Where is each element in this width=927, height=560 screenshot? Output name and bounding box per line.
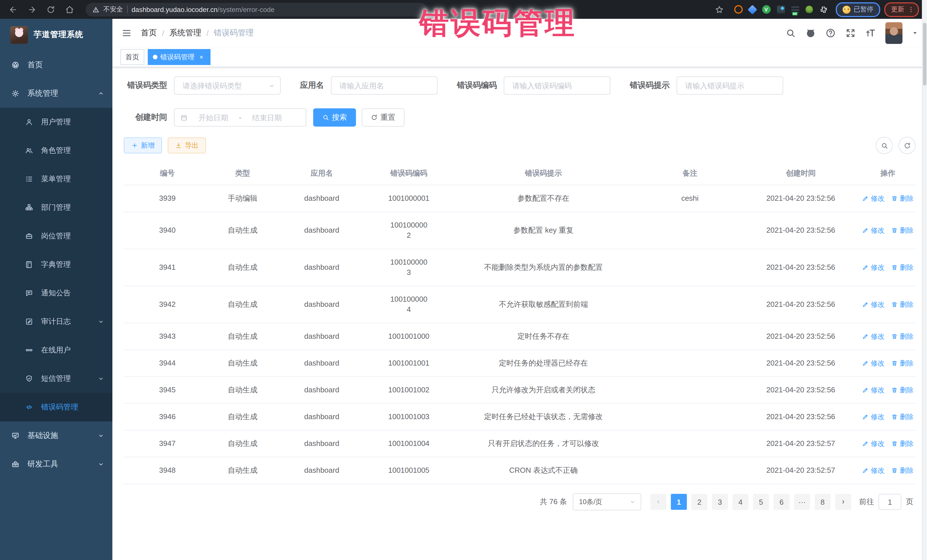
delete-link[interactable]: 删除 xyxy=(891,385,913,395)
cell-id: 3944 xyxy=(124,350,211,376)
page-button[interactable]: 1 xyxy=(671,494,687,510)
more-pages-button[interactable]: ··· xyxy=(794,494,810,510)
extension-icon[interactable] xyxy=(777,5,785,14)
search-button[interactable]: 搜索 xyxy=(313,108,356,127)
sidebar-item[interactable]: 用户管理 xyxy=(0,108,112,136)
app-logo[interactable]: 芋道管理系统 xyxy=(0,19,112,51)
reload-icon[interactable] xyxy=(43,2,58,17)
sidebar-item[interactable]: 系统管理 xyxy=(0,79,112,108)
error-type-input[interactable] xyxy=(181,81,268,90)
refresh-table-button[interactable] xyxy=(898,137,916,154)
font-size-icon[interactable] xyxy=(865,28,876,38)
edit-link[interactable]: 修改 xyxy=(862,299,884,310)
forward-icon[interactable] xyxy=(24,2,40,17)
delete-link[interactable]: 删除 xyxy=(891,465,913,476)
edit-link[interactable]: 修改 xyxy=(862,385,884,395)
tag-error-code[interactable]: 错误码管理 × xyxy=(148,49,211,65)
delete-link[interactable]: 删除 xyxy=(891,412,913,422)
sidebar-item[interactable]: 首页 xyxy=(0,51,112,79)
edit-link[interactable]: 修改 xyxy=(862,412,884,422)
extension-icon[interactable] xyxy=(747,5,757,14)
extension-icon[interactable] xyxy=(734,5,742,14)
chevron-down-icon[interactable] xyxy=(912,28,918,38)
sidebar-item[interactable]: 研发工具 xyxy=(0,450,112,478)
delete-link[interactable]: 删除 xyxy=(891,439,913,449)
page-button[interactable]: 5 xyxy=(753,494,769,510)
edit-link[interactable]: 修改 xyxy=(862,358,884,369)
page-size-select[interactable]: 10条/页 xyxy=(573,493,641,510)
puzzle-icon[interactable] xyxy=(819,5,828,14)
breadcrumb-item[interactable]: 首页 xyxy=(141,28,157,38)
delete-link[interactable]: 删除 xyxy=(891,262,913,273)
bookmark-star-icon[interactable] xyxy=(712,2,726,17)
breadcrumb-item[interactable]: 系统管理 xyxy=(169,28,201,38)
sidebar-item[interactable]: 审计日志 xyxy=(0,307,112,336)
delete-link[interactable]: 删除 xyxy=(891,299,913,310)
sidebar-item[interactable]: 错误码管理 xyxy=(0,393,112,422)
address-bar[interactable]: 不安全 dashboard.yudao.iocoder.cn/system/er… xyxy=(85,3,427,16)
add-button[interactable]: 新增 xyxy=(124,137,162,153)
window-scrollbar[interactable] xyxy=(922,0,927,560)
sidebar-item[interactable]: 字典管理 xyxy=(0,250,112,279)
sidebar-item[interactable]: 通知公告 xyxy=(0,279,112,307)
edit-link[interactable]: 修改 xyxy=(862,193,884,203)
github-icon[interactable] xyxy=(805,28,816,38)
search-icon xyxy=(322,114,329,121)
edit-link[interactable]: 修改 xyxy=(862,331,884,341)
sidebar-item[interactable]: 菜单管理 xyxy=(0,165,112,193)
edit-link[interactable]: 修改 xyxy=(862,465,884,476)
tag-home[interactable]: 首页 xyxy=(120,49,144,65)
sidebar-item[interactable]: 岗位管理 xyxy=(0,222,112,250)
cell-ops: 修改删除 xyxy=(860,291,916,318)
delete-link[interactable]: 删除 xyxy=(891,358,913,369)
cell-created: 2021-04-20 23:52:57 xyxy=(741,431,860,457)
error-code-input[interactable] xyxy=(511,81,603,90)
start-date-input[interactable] xyxy=(191,112,236,122)
scrollbar-thumb[interactable] xyxy=(923,23,926,85)
prev-page-button[interactable] xyxy=(650,494,666,510)
toggle-search-button[interactable] xyxy=(876,137,893,154)
edit-link[interactable]: 修改 xyxy=(862,225,884,235)
hamburger-icon[interactable] xyxy=(112,19,141,47)
extension-icon[interactable] xyxy=(805,6,813,13)
next-page-button[interactable] xyxy=(835,494,851,510)
help-icon[interactable] xyxy=(825,28,836,38)
edit-link[interactable]: 修改 xyxy=(862,262,884,273)
back-icon[interactable] xyxy=(6,2,21,17)
trash-icon xyxy=(891,360,898,367)
menu-dots-icon[interactable] xyxy=(907,6,915,13)
page-button[interactable]: 6 xyxy=(774,494,790,510)
browser-update-button[interactable]: 更新 xyxy=(884,2,919,17)
error-msg-input[interactable] xyxy=(684,81,776,90)
extension-icon[interactable]: on xyxy=(791,6,799,13)
close-icon[interactable]: × xyxy=(198,53,205,61)
extension-icon[interactable]: V xyxy=(762,5,770,14)
error-type-select[interactable] xyxy=(174,76,281,95)
delete-link[interactable]: 删除 xyxy=(891,225,913,235)
sidebar-item[interactable]: 基础设施 xyxy=(0,422,112,450)
date-range-picker[interactable]: - xyxy=(174,108,306,127)
reset-button[interactable]: 重置 xyxy=(362,108,404,127)
home-icon[interactable] xyxy=(62,2,77,17)
sidebar-item[interactable]: 短信管理 xyxy=(0,364,112,393)
profile-paused-badge[interactable]: 已暂停 xyxy=(836,2,880,17)
app-name-input[interactable] xyxy=(338,81,430,90)
export-button[interactable]: 导出 xyxy=(168,137,206,153)
page-button[interactable]: 3 xyxy=(712,494,728,510)
goto-page-input[interactable] xyxy=(878,494,901,510)
fullscreen-icon[interactable] xyxy=(845,28,856,38)
table-row: 3939手动编辑dashboard1001000001参数配置不存在ceshi2… xyxy=(124,185,916,212)
page-button[interactable]: 4 xyxy=(732,494,748,510)
sidebar-item[interactable]: 角色管理 xyxy=(0,136,112,165)
user-avatar[interactable] xyxy=(885,22,903,44)
cell-code: 1001001005 xyxy=(369,457,449,484)
page-button[interactable]: 8 xyxy=(815,494,831,510)
sidebar-item[interactable]: 在线用户 xyxy=(0,336,112,364)
edit-link[interactable]: 修改 xyxy=(862,439,884,449)
header-search-icon[interactable] xyxy=(786,28,796,38)
delete-link[interactable]: 删除 xyxy=(891,193,913,203)
delete-link[interactable]: 删除 xyxy=(891,331,913,341)
page-button[interactable]: 2 xyxy=(691,494,707,510)
end-date-input[interactable] xyxy=(245,112,289,122)
sidebar-item[interactable]: 部门管理 xyxy=(0,193,112,222)
